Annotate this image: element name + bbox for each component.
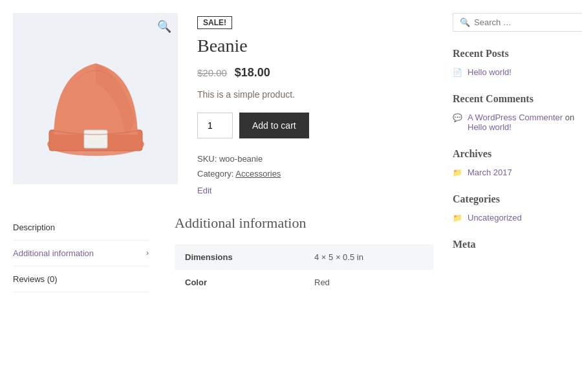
tab-reviews-label: Reviews (0) [13, 274, 58, 284]
sku-row: SKU: woo-beanie [197, 151, 433, 166]
product-edit-wrap: Edit [197, 185, 433, 195]
categories-title: Categories [453, 193, 582, 205]
add-to-cart-button[interactable]: Add to cart [239, 113, 309, 138]
table-cell-label: Dimensions [175, 245, 304, 270]
folder-icon: 📁 [453, 168, 462, 177]
tab-content: Additional information Dimensions 4 × 5 … [149, 215, 433, 295]
category-item: 📁 Uncategorized [453, 213, 582, 223]
search-icon: 🔍 [460, 17, 470, 27]
search-box[interactable]: 🔍 [453, 13, 582, 32]
tab-panel-title: Additional information [175, 215, 433, 232]
comment-text: A WordPress Commenter on Hello world! [468, 113, 582, 132]
tab-description-label: Description [13, 223, 55, 232]
table-cell-value: Red [304, 270, 433, 295]
quantity-input[interactable] [197, 113, 233, 138]
sidebar: 🔍 Recent Posts 📄 Hello world! Recent Com… [453, 13, 582, 295]
archives-title: Archives [453, 148, 582, 160]
tab-additional-label: Additional information [13, 248, 94, 258]
edit-link[interactable]: Edit [197, 186, 211, 195]
zoom-icon[interactable]: 🔍 [157, 19, 171, 34]
sku-value: woo-beanie [219, 154, 263, 164]
tabs-section: Description Additional information › Rev… [13, 215, 433, 295]
doc-icon: 📄 [453, 68, 462, 77]
price-new: $18.00 [235, 66, 270, 79]
table-row: Dimensions 4 × 5 × 0.5 in [175, 245, 433, 270]
comment-on: on [565, 113, 574, 122]
table-cell-value: 4 × 5 × 0.5 in [304, 245, 433, 270]
tabs-nav: Description Additional information › Rev… [13, 215, 149, 295]
sidebar-categories: Categories 📁 Uncategorized [453, 193, 582, 223]
price-old: $20.00 [197, 67, 227, 78]
category-row: Category: Accessories [197, 166, 433, 181]
additional-info-table: Dimensions 4 × 5 × 0.5 in Color Red [175, 245, 433, 295]
category-label: Category: [197, 169, 233, 179]
comment-post-link[interactable]: Hello world! [468, 122, 512, 132]
sale-badge: SALE! [197, 16, 232, 29]
archive-item: 📁 March 2017 [453, 168, 582, 177]
meta-title: Meta [453, 239, 582, 250]
svg-rect-3 [84, 130, 107, 148]
product-details: SALE! Beanie $20.00 $18.00 This is a sim… [197, 13, 433, 195]
price-wrap: $20.00 $18.00 [197, 66, 433, 80]
product-title: Beanie [197, 36, 433, 56]
sidebar-recent-comments: Recent Comments 💬 A WordPress Commenter … [453, 93, 582, 132]
sidebar-recent-posts: Recent Posts 📄 Hello world! [453, 48, 582, 77]
add-to-cart-wrap: Add to cart [197, 113, 433, 138]
tab-additional-information[interactable]: Additional information › [13, 241, 149, 267]
table-cell-label: Color [175, 270, 304, 295]
product-description: This is a simple product. [197, 89, 433, 100]
tab-description[interactable]: Description [13, 215, 149, 241]
category-link[interactable]: Accessories [235, 169, 281, 179]
recent-comments-title: Recent Comments [453, 93, 582, 105]
tab-reviews[interactable]: Reviews (0) [13, 267, 149, 292]
recent-post-link[interactable]: Hello world! [468, 67, 512, 77]
recent-posts-title: Recent Posts [453, 48, 582, 60]
archive-link[interactable]: March 2017 [468, 168, 512, 177]
sidebar-archives: Archives 📁 March 2017 [453, 148, 582, 177]
category-item-link[interactable]: Uncategorized [468, 213, 522, 223]
recent-post-item: 📄 Hello world! [453, 67, 582, 77]
comment-author-link[interactable]: A WordPress Commenter [468, 113, 563, 122]
folder-icon-cat: 📁 [453, 213, 462, 223]
product-image [38, 34, 154, 164]
comment-icon: 💬 [453, 113, 462, 122]
product-meta: SKU: woo-beanie Category: Accessories [197, 151, 433, 182]
product-image-container: 🔍 [13, 13, 178, 184]
search-input[interactable] [474, 17, 582, 27]
sku-label: SKU: [197, 154, 217, 164]
sidebar-meta: Meta [453, 239, 582, 250]
table-row: Color Red [175, 270, 433, 295]
recent-comment-item: 💬 A WordPress Commenter on Hello world! [453, 113, 582, 132]
